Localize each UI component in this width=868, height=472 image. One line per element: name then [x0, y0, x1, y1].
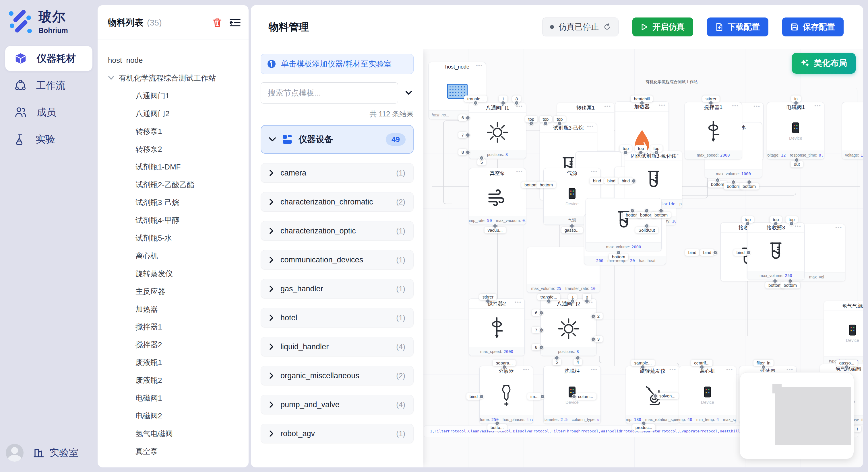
tree-item[interactable]: 搅拌器2: [108, 336, 246, 353]
port-handle-icon[interactable]: ›: [700, 365, 704, 369]
tree-item[interactable]: 试剂瓶1-DMF: [108, 158, 246, 176]
port-pill[interactable]: 8›: [532, 344, 540, 350]
tree-item[interactable]: 搅拌器1: [108, 318, 246, 336]
port-pill[interactable]: 2›: [594, 313, 603, 319]
stirrer1-node[interactable]: 搅拌器1•••max_speed:2000: [685, 102, 742, 160]
port-handle-icon[interactable]: ›: [570, 224, 575, 228]
port-pill[interactable]: bottom›: [609, 254, 628, 260]
sidebar-item-lab[interactable]: 实验室: [33, 446, 79, 460]
port-pill[interactable]: 5›: [477, 159, 486, 165]
tree-item[interactable]: 试剂瓶2-乙酸乙酯: [108, 176, 246, 194]
port-handle-icon[interactable]: ›: [795, 158, 799, 162]
port-pill[interactable]: bottom›: [780, 282, 800, 289]
port-pill[interactable]: 6›: [532, 309, 540, 316]
port-pill[interactable]: gasso...›: [561, 227, 583, 233]
node-menu-button[interactable]: •••: [814, 103, 821, 109]
category-camera[interactable]: camera(1): [260, 163, 414, 183]
node-menu-button[interactable]: •••: [591, 367, 598, 372]
port-pill[interactable]: bind: [685, 249, 700, 256]
port-handle-icon[interactable]: ›: [539, 345, 544, 349]
port-pill[interactable]: top›: [554, 116, 566, 123]
port-handle-icon[interactable]: ›: [466, 150, 470, 155]
port-handle-icon[interactable]: ›: [495, 421, 499, 426]
port-pill[interactable]: heatchill›: [631, 96, 653, 102]
port-handle-icon[interactable]: ›: [788, 279, 793, 283]
port-pill[interactable]: bind: [590, 177, 604, 184]
port-handle-icon[interactable]: ›: [539, 328, 544, 332]
tree-item[interactable]: 试剂瓶4-甲醇: [108, 211, 246, 229]
port-pill[interactable]: 7›: [532, 327, 540, 333]
tree-item[interactable]: 废液瓶1: [108, 353, 246, 371]
port-pill[interactable]: stirrer›: [479, 294, 497, 300]
tree-item[interactable]: 试剂瓶5-水: [108, 229, 246, 247]
sidebar-item-workflow[interactable]: 工作流: [5, 73, 92, 98]
port-pill[interactable]: top›: [650, 145, 663, 152]
port-pill[interactable]: 6›: [458, 114, 467, 121]
sidebar-item-experiment[interactable]: 实验: [5, 127, 92, 152]
collapse-all-button[interactable]: [404, 90, 414, 96]
port-pill[interactable]: bind›: [619, 177, 633, 184]
port-pill[interactable]: sample...›: [631, 360, 655, 366]
tree-item[interactable]: 八通阀门1: [108, 87, 246, 105]
port-handle-icon[interactable]: ›: [773, 279, 777, 283]
port-handle-icon[interactable]: ›: [466, 133, 470, 137]
node-menu-button[interactable]: •••: [587, 124, 594, 129]
port-pill[interactable]: 1›: [499, 96, 507, 102]
port-handle-icon[interactable]: ›: [591, 337, 596, 341]
port-handle-icon[interactable]: ›: [616, 250, 621, 255]
port-pill[interactable]: 1›: [568, 294, 577, 300]
save-config-button[interactable]: 保存配置: [782, 18, 844, 36]
port-handle-icon[interactable]: ›: [640, 101, 644, 105]
port-pill[interactable]: centrif...›: [691, 360, 712, 366]
port-pill[interactable]: transfe...›: [537, 294, 560, 300]
port-pill[interactable]: botto...›: [487, 424, 507, 431]
node-menu-button[interactable]: •••: [670, 367, 676, 372]
port-handle-icon[interactable]: ›: [572, 394, 577, 399]
port-pill[interactable]: 8›: [583, 294, 591, 300]
port-pill[interactable]: t: [854, 426, 861, 432]
port-handle-icon[interactable]: ›: [555, 356, 559, 360]
port-pill[interactable]: top›: [742, 216, 754, 223]
vacuum-pump-node[interactable]: 真空泵•••pump_rate:50max_vacuum:0.1: [469, 168, 526, 225]
port-pill[interactable]: top›: [770, 216, 782, 223]
port-pill[interactable]: separa...›: [493, 360, 516, 366]
port-pill[interactable]: top›: [539, 116, 552, 123]
port-pill[interactable]: bind: [604, 177, 619, 184]
separator-node[interactable]: 分液器•••volume:250has_phases:true: [479, 366, 533, 424]
port-handle-icon[interactable]: ›: [659, 208, 663, 213]
beautify-layout-button[interactable]: 美化布局: [792, 53, 856, 74]
category-robot_agv[interactable]: robot_agv(1): [260, 424, 414, 443]
node-menu-button[interactable]: •••: [753, 103, 761, 109]
port-pill[interactable]: in›: [791, 96, 801, 102]
category-hotel[interactable]: hotel(1): [260, 308, 414, 328]
minimap[interactable]: [740, 372, 854, 459]
port-pill[interactable]: 7›: [458, 132, 467, 138]
tree-item[interactable]: 试剂瓶3-己烷: [108, 194, 246, 211]
port-pill[interactable]: produc...›: [632, 424, 655, 431]
solenoid1-node[interactable]: 电磁阀1•••Devicevoltage:12response_time:0.1: [767, 102, 825, 160]
port-pill[interactable]: bottom›: [651, 212, 671, 218]
port-handle-icon[interactable]: ›: [715, 178, 720, 182]
node-menu-button[interactable]: •••: [732, 103, 739, 109]
port-handle-icon[interactable]: ›: [540, 394, 545, 399]
port-pill[interactable]: colum...›: [575, 393, 596, 400]
node-menu-button[interactable]: •••: [591, 169, 598, 175]
port-pill[interactable]: 4›: [574, 359, 582, 365]
category-pump_and_valve[interactable]: pump_and_valve(4): [260, 395, 414, 414]
node-menu-button[interactable]: •••: [515, 299, 522, 305]
port-pill[interactable]: vacuu...›: [485, 227, 506, 233]
port-pill[interactable]: bottom: [536, 181, 556, 188]
node-menu-button[interactable]: •••: [476, 63, 483, 69]
category-gas_handler[interactable]: gas_handler(1): [260, 279, 414, 299]
port-handle-icon[interactable]: ›: [642, 421, 646, 426]
port-handle-icon[interactable]: ›: [630, 208, 634, 213]
category-organic_miscellaneous[interactable]: organic_miscellaneous(2): [260, 366, 414, 385]
port-handle-icon[interactable]: ›: [653, 394, 658, 398]
port-pill[interactable]: bind›: [700, 249, 714, 256]
tree-item[interactable]: 电磁阀1: [108, 389, 246, 407]
port-pill[interactable]: top›: [525, 116, 538, 123]
node-menu-button[interactable]: •••: [795, 224, 801, 229]
sidebar-item-members[interactable]: 成员: [5, 100, 92, 125]
port-handle-icon[interactable]: ›: [493, 224, 497, 228]
port-pill[interactable]: 5›: [553, 359, 561, 365]
